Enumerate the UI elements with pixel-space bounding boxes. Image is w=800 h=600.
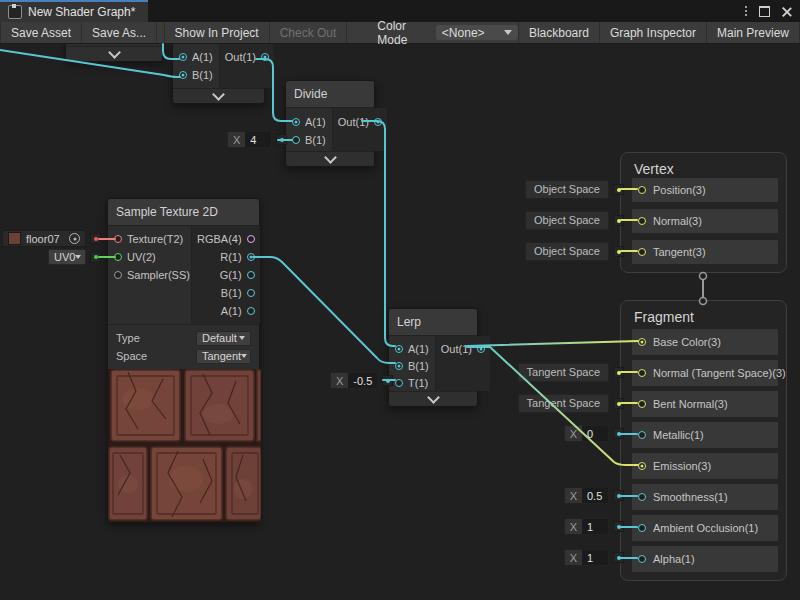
field-value[interactable]: 0.5: [582, 488, 608, 503]
close-icon[interactable]: [782, 6, 792, 16]
port-row[interactable]: Out(1): [333, 113, 387, 131]
divide-node[interactable]: Divide A(1) B(1) Out(1): [285, 80, 375, 167]
save-as-button[interactable]: Save As...: [82, 22, 157, 43]
port-row[interactable]: A(1): [389, 340, 435, 357]
port-row[interactable]: B(1): [173, 66, 219, 84]
main-preview-button[interactable]: Main Preview: [707, 22, 800, 43]
float-field[interactable]: X 1: [564, 549, 609, 566]
fragment-row-ambient-occlusion[interactable]: Ambient Occlusion(1): [632, 515, 778, 541]
block-port[interactable]: [638, 217, 646, 225]
port-row[interactable]: B(1): [286, 131, 332, 149]
sample-texture-2d-node[interactable]: Sample Texture 2D Texture(T2) UV(2) Samp…: [107, 198, 260, 523]
block-port[interactable]: [638, 555, 646, 563]
show-in-project-button[interactable]: Show In Project: [164, 22, 270, 43]
fragment-row-metallic[interactable]: Metallic(1): [632, 422, 778, 448]
save-asset-button[interactable]: Save Asset: [0, 22, 82, 43]
output-port-out[interactable]: [261, 53, 269, 61]
vertex-row-position[interactable]: Position(3): [632, 178, 778, 202]
input-port-b[interactable]: [292, 136, 300, 144]
texture-object-field[interactable]: floor07: [2, 230, 86, 247]
port-row[interactable]: A(1): [192, 302, 260, 320]
node-title[interactable]: Lerp: [389, 309, 477, 336]
fragment-row-normal[interactable]: Normal (Tangent Space)(3): [632, 360, 778, 386]
fragment-row-base-color[interactable]: Base Color(3): [632, 329, 778, 355]
input-port-b[interactable]: [179, 71, 187, 79]
graph-canvas[interactable]: A(1) B(1) Out(1) Divide: [0, 44, 800, 600]
block-port[interactable]: [638, 462, 646, 470]
float-field[interactable]: X -0.5: [330, 372, 378, 389]
float-field[interactable]: X 1: [564, 518, 609, 535]
fragment-row-smoothness[interactable]: Smoothness(1): [632, 484, 778, 510]
input-port-sampler[interactable]: [114, 271, 122, 279]
port-row[interactable]: Out(1): [220, 48, 274, 66]
block-port[interactable]: [638, 369, 646, 377]
type-dropdown[interactable]: Default: [196, 331, 251, 346]
input-port-a[interactable]: [292, 118, 300, 126]
space-dropdown[interactable]: Tangent: [196, 349, 251, 364]
field-value[interactable]: 1: [582, 550, 608, 565]
maximize-icon[interactable]: [759, 6, 770, 17]
lerp-node[interactable]: Lerp A(1) B(1) T(1): [388, 308, 478, 407]
fragment-row-alpha[interactable]: Alpha(1): [632, 546, 778, 572]
port-row[interactable]: B(1): [389, 357, 435, 374]
add-node[interactable]: A(1) B(1) Out(1): [172, 44, 265, 104]
fragment-row-emission[interactable]: Emission(3): [632, 453, 778, 479]
port-row[interactable]: G(1): [192, 266, 260, 284]
color-mode-dropdown[interactable]: <None>: [436, 25, 518, 40]
block-port[interactable]: [638, 186, 646, 194]
collapse-preview-button[interactable]: [389, 391, 477, 406]
block-port[interactable]: [638, 431, 646, 439]
node-title[interactable]: Sample Texture 2D: [108, 199, 259, 226]
graph-inspector-button[interactable]: Graph Inspector: [600, 22, 707, 43]
block-port[interactable]: [638, 338, 646, 346]
input-port-a[interactable]: [179, 53, 187, 61]
output-port-b[interactable]: [247, 289, 255, 297]
check-out-button[interactable]: Check Out: [270, 22, 348, 43]
collapse-preview-button[interactable]: [173, 88, 264, 103]
vertex-block[interactable]: Vertex Position(3) Normal(3) Tangent(3): [620, 152, 787, 273]
field-value[interactable]: 0: [582, 426, 608, 441]
kebab-menu-icon[interactable]: [745, 6, 747, 16]
input-port-a[interactable]: [395, 345, 403, 353]
port-row[interactable]: RGBA(4): [192, 230, 260, 248]
input-port-b[interactable]: [395, 362, 403, 370]
float-field[interactable]: X 0: [564, 425, 609, 442]
port-row[interactable]: A(1): [173, 48, 219, 66]
block-port[interactable]: [638, 493, 646, 501]
uv-channel-dropdown[interactable]: UV0: [48, 249, 86, 265]
float-field[interactable]: X 0.5: [564, 487, 609, 504]
block-port[interactable]: [638, 400, 646, 408]
output-port-a[interactable]: [247, 307, 255, 315]
output-port-r[interactable]: [247, 253, 255, 261]
port-row[interactable]: UV(2): [108, 248, 191, 266]
tab-new-shader-graph[interactable]: New Shader Graph*: [0, 0, 148, 22]
block-port[interactable]: [638, 248, 646, 256]
collapse-preview-button[interactable]: [286, 151, 374, 166]
input-port-texture[interactable]: [114, 235, 122, 243]
block-port[interactable]: [638, 524, 646, 532]
partial-node[interactable]: [65, 44, 163, 62]
output-port-out[interactable]: [374, 118, 382, 126]
port-row[interactable]: Texture(T2): [108, 230, 191, 248]
port-row[interactable]: Sampler(SS): [108, 266, 191, 284]
port-row[interactable]: Out(1): [436, 340, 490, 357]
input-port-uv[interactable]: [114, 253, 122, 261]
fragment-row-bent-normal[interactable]: Bent Normal(3): [632, 391, 778, 417]
node-title[interactable]: Divide: [286, 81, 374, 108]
output-port-g[interactable]: [247, 271, 255, 279]
output-port-out[interactable]: [477, 345, 485, 353]
object-picker-icon[interactable]: [69, 233, 80, 244]
input-port-t[interactable]: [395, 379, 403, 387]
vertex-row-tangent[interactable]: Tangent(3): [632, 240, 778, 264]
float-field[interactable]: X 4: [227, 131, 272, 148]
collapse-preview-button[interactable]: [66, 46, 162, 61]
port-row[interactable]: T(1): [389, 374, 435, 391]
vertex-row-normal[interactable]: Normal(3): [632, 209, 778, 233]
field-value[interactable]: 4: [245, 132, 271, 147]
output-port-rgba[interactable]: [247, 235, 255, 243]
port-row[interactable]: R(1): [192, 248, 260, 266]
port-row[interactable]: A(1): [286, 113, 332, 131]
port-row[interactable]: B(1): [192, 284, 260, 302]
field-value[interactable]: -0.5: [348, 373, 377, 388]
field-value[interactable]: 1: [582, 519, 608, 534]
